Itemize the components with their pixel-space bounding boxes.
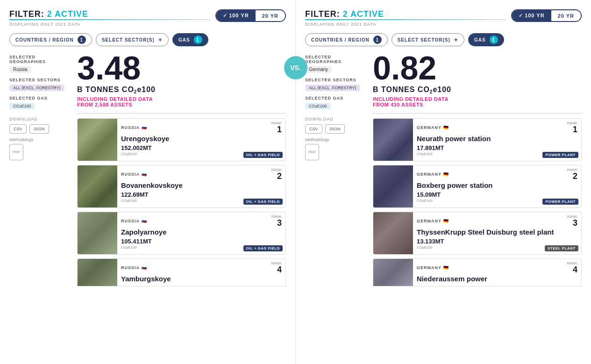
right-filter-active: ACTIVE	[350, 9, 384, 19]
left-including-text: INCLUDING DETAILED DATA FROM 2,588 ASSET…	[77, 96, 286, 107]
right-countries-badge: 1	[373, 36, 382, 44]
right-100yr-btn[interactable]: ✓100 YR	[512, 10, 551, 21]
asset-card[interactable]: GERMANY 🇩🇪 RANK 2 Boxberg power station …	[373, 165, 582, 208]
left-100yr-btn[interactable]: ✓100 YR	[216, 10, 256, 21]
right-download-btns: CSV JSON	[305, 124, 368, 134]
right-methodology-label: Methodology	[305, 137, 368, 142]
left-methodology-label: Methodology	[9, 137, 72, 142]
right-divider	[373, 113, 582, 114]
right-panel: FILTER: 2 ACTIVE DISPLAYING ONLY 2021 DA…	[296, 0, 591, 364]
right-geo-tag: Germany	[305, 66, 332, 73]
right-filter-count: 2	[343, 9, 348, 19]
vs-badge: VS.	[284, 56, 307, 79]
left-download-section: DOWNLOAD CSV JSON Methodology PDF	[9, 117, 72, 160]
right-assets-list: GERMANY 🇩🇪 RANK 1 Neurath power station …	[373, 118, 582, 286]
left-csv-btn[interactable]: CSV	[9, 124, 27, 134]
left-20yr-btn[interactable]: 20 YR	[256, 11, 285, 21]
right-countries-chip[interactable]: COUNTRIES / REGION 1	[305, 33, 388, 46]
main-container: FILTER: 2 ACTIVE DISPLAYING ONLY 2021 DA…	[0, 0, 591, 364]
right-sector-chip[interactable]: SELECT SECTOR(S) +	[392, 33, 464, 46]
right-gas-chip[interactable]: GAS 1	[468, 33, 504, 46]
left-assets-list: RUSSIA 🇷🇺 RANK 1 Urengoyskoye 152.002MT …	[77, 118, 286, 286]
left-filter-header: FILTER: 2 ACTIVE DISPLAYING ONLY 2021 DA…	[9, 9, 286, 31]
right-pdf-btn[interactable]: PDF	[305, 144, 319, 160]
right-filter-underline	[305, 19, 506, 20]
right-sector-plus-icon: +	[454, 36, 458, 43]
left-download-btns: CSV JSON	[9, 124, 72, 134]
left-gas-tag: CO₂E100	[9, 103, 35, 109]
right-filter-title: FILTER: 2 ACTIVE	[305, 9, 506, 19]
left-countries-chip[interactable]: COUNTRIES / REGION 1	[9, 33, 92, 46]
asset-card[interactable]: GERMANY 🇩🇪 RANK 1 Neurath power station …	[373, 118, 582, 161]
left-big-number: 3.48	[77, 52, 286, 85]
left-panel-body: SELECTED GEOGRAPHIES Russia SELECTED SEC…	[9, 52, 286, 286]
right-gas-badge: 1	[490, 36, 498, 44]
right-json-btn[interactable]: JSON	[325, 124, 345, 134]
left-sidebar: SELECTED GEOGRAPHIES Russia SELECTED SEC…	[9, 52, 77, 286]
right-gas-tag: CO₂E100	[305, 103, 331, 109]
left-divider	[77, 113, 286, 114]
left-sector-plus-icon: +	[158, 36, 163, 43]
left-filter-count: 2	[47, 9, 52, 19]
left-displaying-text: DISPLAYING ONLY 2021 DATA	[9, 22, 211, 27]
left-countries-badge: 1	[78, 36, 86, 44]
left-download-label: DOWNLOAD	[9, 117, 72, 121]
left-sector-chip[interactable]: SELECT SECTOR(S) +	[96, 33, 169, 46]
right-displaying-text: DISPLAYING ONLY 2021 DATA	[305, 22, 506, 27]
asset-card-partial[interactable]: RUSSIA 🇷🇺 RANK 4 Yamburgskoye	[77, 258, 286, 286]
left-geo-label: SELECTED GEOGRAPHIES	[9, 55, 72, 64]
right-filter-header: FILTER: 2 ACTIVE DISPLAYING ONLY 2021 DA…	[305, 9, 582, 31]
left-filter-chips: COUNTRIES / REGION 1 SELECT SECTOR(S) + …	[9, 33, 286, 46]
right-yr-toggle[interactable]: ✓100 YR 20 YR	[511, 9, 582, 22]
right-filter-chips: COUNTRIES / REGION 1 SELECT SECTOR(S) + …	[305, 33, 582, 46]
left-geo-tag: Russia	[9, 66, 31, 73]
right-gas-label: SELECTED GAS	[305, 96, 368, 100]
left-panel: FILTER: 2 ACTIVE DISPLAYING ONLY 2021 DA…	[0, 0, 296, 364]
left-sector-label: SELECTED SECTORS	[9, 78, 72, 82]
right-csv-btn[interactable]: CSV	[305, 124, 322, 134]
asset-card[interactable]: RUSSIA 🇷🇺 RANK 3 Zapolyarnoye 105.411MT …	[77, 212, 286, 255]
right-including-text: INCLUDING DETAILED DATA FROM 430 ASSETS	[373, 96, 582, 107]
left-gas-badge: 1	[194, 36, 202, 44]
right-20yr-btn[interactable]: 20 YR	[551, 11, 581, 21]
left-unit: B TONNES CO2e100	[77, 86, 286, 94]
right-sector-label: SELECTED SECTORS	[305, 78, 368, 82]
asset-card[interactable]: RUSSIA 🇷🇺 RANK 2 Bovanenkovskoye 122.69M…	[77, 165, 286, 208]
right-filter-label: FILTER:	[305, 9, 340, 19]
asset-card-partial[interactable]: GERMANY 🇩🇪 RANK 4 Niederaussem power	[373, 258, 582, 286]
left-gas-label: SELECTED GAS	[9, 96, 72, 100]
right-sidebar: SELECTED GEOGRAPHIES Germany SELECTED SE…	[305, 52, 373, 286]
left-yr-toggle[interactable]: ✓100 YR 20 YR	[215, 9, 286, 22]
right-big-number: 0.82	[373, 52, 582, 85]
left-filter-underline	[9, 19, 211, 20]
left-gas-chip[interactable]: GAS 1	[172, 33, 208, 46]
left-pdf-btn[interactable]: PDF	[9, 144, 23, 160]
right-download-section: DOWNLOAD CSV JSON Methodology PDF	[305, 117, 368, 160]
left-filter-active: ACTIVE	[55, 9, 88, 19]
left-main-content: 3.48 B TONNES CO2e100 INCLUDING DETAILED…	[77, 52, 286, 286]
left-sector-tag: ALL (EXCL. FORESTRY)	[9, 85, 64, 91]
right-sector-tag: ALL (EXCL. FORESTRY)	[305, 85, 360, 91]
right-panel-body: SELECTED GEOGRAPHIES Germany SELECTED SE…	[305, 52, 582, 286]
asset-card[interactable]: GERMANY 🇩🇪 RANK 3 ThyssenKrupp Steel Dui…	[373, 212, 582, 255]
left-filter-title: FILTER: 2 ACTIVE	[9, 9, 211, 19]
right-geo-label: SELECTED GEOGRAPHIES	[305, 55, 368, 64]
right-download-label: DOWNLOAD	[305, 117, 368, 121]
right-unit: B TONNES CO2e100	[373, 86, 582, 94]
left-json-btn[interactable]: JSON	[29, 124, 49, 134]
asset-card[interactable]: RUSSIA 🇷🇺 RANK 1 Urengoyskoye 152.002MT …	[77, 118, 286, 161]
right-main-content: 0.82 B TONNES CO2e100 INCLUDING DETAILED…	[373, 52, 582, 286]
left-filter-label: FILTER:	[9, 9, 44, 19]
